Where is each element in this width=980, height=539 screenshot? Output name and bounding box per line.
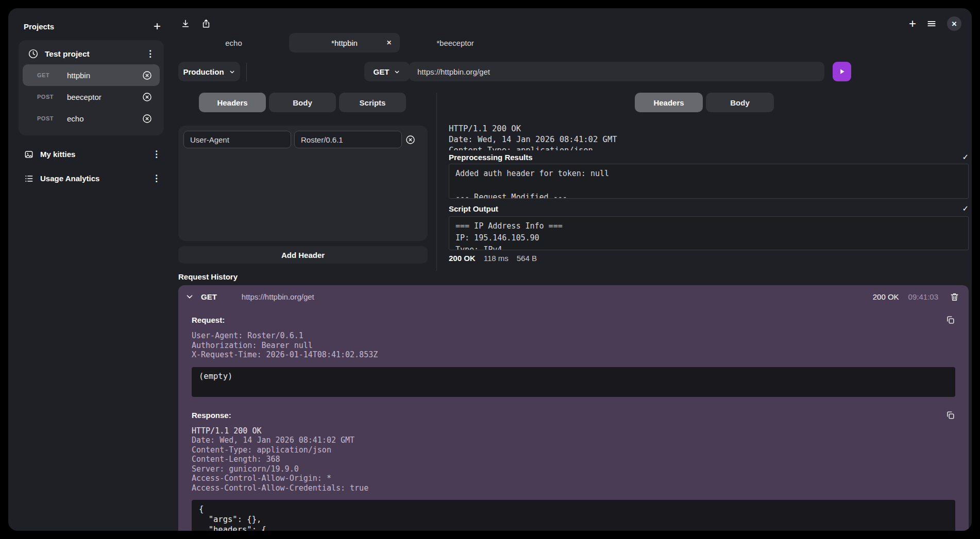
close-tab-icon[interactable]: ✕ (386, 39, 392, 46)
copy-response-icon[interactable] (945, 410, 955, 420)
section-menu-icon[interactable]: ⋮ (152, 149, 161, 160)
section-menu-icon[interactable]: ⋮ (152, 173, 161, 184)
request-panel-tabs: Headers Body Scripts (199, 93, 406, 112)
environment-label: Production (183, 67, 224, 76)
toolbar-divider (246, 63, 247, 81)
tab-label: *beeceptor (436, 39, 474, 47)
copy-request-icon[interactable] (945, 315, 955, 325)
delete-entry-icon[interactable] (950, 292, 959, 302)
history-time: 09:41:03 (908, 292, 938, 301)
header-key-input[interactable] (183, 131, 291, 148)
request-method-label: POST (37, 94, 60, 100)
tab-echo[interactable]: echo (178, 33, 289, 53)
history-entry-card: GET https://httpbin.org/get 200 OK 09:41… (178, 285, 969, 531)
share-icon[interactable] (201, 19, 211, 29)
response-headers-preview: HTTP/1.1 200 OK Date: Wed, 14 Jan 2026 0… (449, 124, 969, 150)
url-input[interactable] (409, 62, 824, 81)
response-section-label: Response: (192, 411, 231, 420)
history-request-body: (empty) (192, 367, 955, 397)
projects-title: Projects (24, 22, 54, 31)
history-url: https://httpbin.org/get (242, 292, 873, 301)
remove-header-icon[interactable] (405, 134, 416, 145)
tab-label: echo (225, 39, 242, 47)
sidebar-item-echo[interactable]: POST echo (23, 108, 160, 129)
tab-request-scripts[interactable]: Scripts (339, 93, 406, 112)
request-history-title: Request History (178, 272, 238, 281)
collapse-entry-icon[interactable] (185, 292, 194, 301)
history-response-headers: Date: Wed, 14 Jan 2026 08:41:02 GMT Cont… (192, 436, 955, 493)
status-time: 118 ms (484, 254, 509, 263)
check-icon: ✓ (962, 152, 969, 162)
history-method: GET (201, 292, 217, 301)
chevron-down-icon (229, 68, 235, 75)
history-entry-header[interactable]: GET https://httpbin.org/get 200 OK 09:41… (178, 285, 969, 308)
method-label: GET (374, 67, 390, 76)
toolbar: + ✕ (180, 15, 961, 32)
menu-icon[interactable] (926, 19, 937, 29)
import-icon[interactable] (180, 19, 191, 29)
history-status: 200 OK (873, 292, 899, 301)
tab-response-body[interactable]: Body (706, 93, 774, 112)
request-method-label: POST (37, 115, 60, 121)
project-menu-icon[interactable]: ⋮ (146, 48, 155, 59)
method-dropdown[interactable]: GET (364, 62, 410, 81)
chevron-down-icon (394, 68, 400, 75)
request-name: beeceptor (67, 93, 142, 101)
project-group: Test project ⋮ GET httpbin POST beecepto… (19, 40, 164, 135)
tab-request-headers[interactable]: Headers (199, 93, 266, 112)
tab-beeceptor[interactable]: *beeceptor (400, 33, 511, 53)
remove-request-icon[interactable] (142, 70, 153, 81)
status-code: 200 OK (449, 254, 476, 263)
sidebar: Projects + Test project ⋮ GET httpbin PO… (8, 8, 173, 184)
tab-label: *httpbin (331, 39, 358, 47)
headers-editor (178, 126, 428, 241)
request-section-label: Request: (192, 316, 225, 324)
history-request-headers: User-Agent: Roster/0.6.1 Authorization: … (192, 331, 955, 360)
new-tab-icon[interactable]: + (909, 19, 916, 28)
sidebar-item-usage-analytics[interactable]: Usage Analytics ⋮ (24, 173, 161, 184)
script-output: === IP Address Info === IP: 195.146.105.… (449, 216, 969, 250)
add-project-icon[interactable]: + (154, 22, 161, 31)
request-name: echo (67, 114, 142, 123)
preprocessing-results-title: Preprocessing Results (449, 153, 533, 162)
send-request-button[interactable] (833, 62, 851, 81)
status-size: 564 B (517, 254, 537, 263)
header-value-input[interactable] (294, 131, 402, 148)
history-response-status-line: HTTP/1.1 200 OK (192, 426, 955, 436)
header-row (183, 131, 423, 148)
play-icon (838, 68, 846, 75)
image-icon (24, 149, 34, 160)
request-name: httpbin (67, 71, 142, 80)
tab-response-headers[interactable]: Headers (635, 93, 703, 112)
history-response-body: { "args": {}, "headers": { (192, 500, 955, 531)
list-icon (24, 173, 34, 184)
environment-dropdown[interactable]: Production (178, 62, 240, 81)
remove-request-icon[interactable] (142, 92, 153, 102)
response-panel-tabs: Headers Body (635, 93, 774, 112)
close-window-button[interactable]: ✕ (947, 16, 961, 31)
app-window: Projects + Test project ⋮ GET httpbin PO… (8, 8, 972, 531)
response-status-bar: 200 OK 118 ms 564 B (449, 254, 537, 263)
request-method-label: GET (37, 72, 60, 78)
script-output-title: Script Output (449, 204, 498, 213)
panel-divider (436, 93, 437, 271)
remove-request-icon[interactable] (142, 113, 153, 124)
section-label: My kitties (40, 150, 146, 159)
sidebar-item-beeceptor[interactable]: POST beeceptor (23, 86, 160, 108)
check-icon: ✓ (962, 204, 969, 213)
tab-httpbin[interactable]: *httpbin ✕ (289, 33, 400, 53)
tab-strip: echo *httpbin ✕ *beeceptor (178, 33, 511, 53)
clock-icon (28, 48, 39, 59)
preprocessing-output: Added auth header for token: null --- Re… (449, 164, 969, 199)
tab-request-body[interactable]: Body (269, 93, 336, 112)
add-header-button[interactable]: Add Header (178, 246, 428, 264)
sidebar-item-httpbin[interactable]: GET httpbin (23, 64, 160, 86)
section-label: Usage Analytics (40, 174, 146, 183)
project-name[interactable]: Test project (45, 49, 140, 59)
sidebar-item-my-kitties[interactable]: My kitties ⋮ (24, 149, 161, 160)
